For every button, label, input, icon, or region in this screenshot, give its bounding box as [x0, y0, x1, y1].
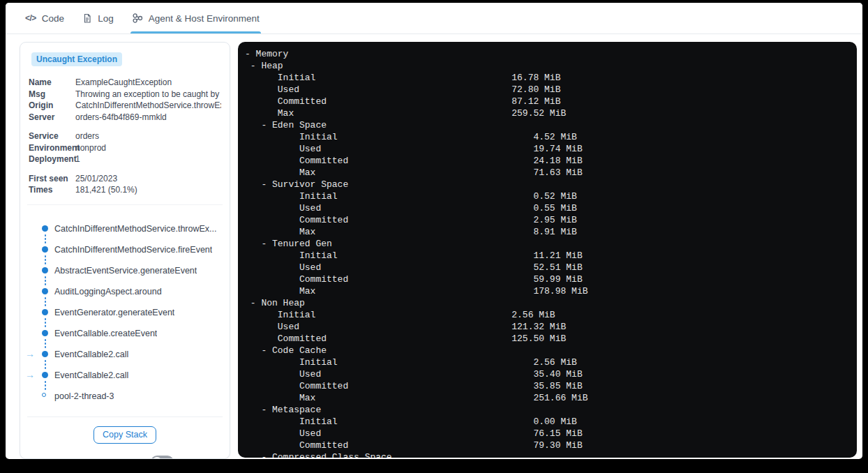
stack-frame-label: AuditLoggingAspect.around: [54, 287, 162, 296]
tab-log-label: Log: [98, 13, 114, 24]
exception-details: NameExampleCaughtExceptionMsgThrowing an…: [29, 77, 221, 123]
app-window: </> Code Log Agent &: [6, 3, 862, 459]
detail-label: Server: [29, 112, 75, 123]
exception-type-badge: Uncaught Exception: [31, 52, 122, 66]
content-area: Uncaught Exception NameExampleCaughtExce…: [6, 34, 862, 459]
stack-frame-label: CatchInDifferentMethodService.fireEvent: [54, 245, 212, 255]
detail-value: 25/01/2023: [75, 173, 221, 185]
stack-connector-dots: [29, 381, 221, 391]
detail-value: CatchInDifferentMethodService.throwExcep: [75, 100, 221, 112]
detail-label: First seen: [29, 173, 75, 185]
code-icon: </>: [25, 13, 36, 23]
detail-row: Serverorders-64fb4f869-mmkld: [29, 112, 221, 123]
detail-value: Throwing an exception to be caught by a …: [75, 89, 221, 100]
footer-divider: [27, 416, 223, 417]
environment-terminal[interactable]: - Memory - Heap Initial 16.78 MiB Used 7…: [238, 42, 857, 458]
thread-dot-icon: [42, 393, 46, 397]
memory-tree-text: - Memory - Heap Initial 16.78 MiB Used 7…: [238, 42, 857, 458]
detail-row: Times181,421 (50.1%): [29, 184, 221, 196]
detail-value: nonprod: [75, 142, 221, 154]
tab-log[interactable]: Log: [82, 3, 114, 33]
frame-dot-icon: [42, 309, 48, 315]
stack-frame-label: EventCallable2.call: [54, 350, 128, 359]
detail-label: Origin: [29, 100, 75, 112]
detail-row: Serviceorders: [29, 130, 221, 142]
detail-row: First seen25/01/2023: [29, 173, 221, 185]
jump-arrow-icon: →: [25, 348, 35, 359]
stack-frame[interactable]: pool-2-thread-3: [29, 391, 221, 402]
detail-value: orders-64fb4f869-mmkld: [75, 112, 221, 123]
stack-frame[interactable]: EventCallable.createEvent: [29, 328, 221, 339]
frame-dot-icon: [42, 267, 48, 273]
stack-frame-label: EventGenerator.generateEvent: [54, 308, 174, 317]
stack-connector-dots: [29, 255, 221, 265]
detail-row: OriginCatchInDifferentMethodService.thro…: [29, 100, 221, 112]
frame-dot-icon: [42, 288, 48, 294]
detail-row: Environmentnonprod: [29, 142, 221, 154]
toggle-label: Show 3rd party/utility methods: [30, 457, 142, 460]
stack-frame-label: AbstractEventService.generateEvent: [54, 266, 197, 276]
stack-frame-label: EventCallable.createEvent: [54, 329, 157, 338]
deployment-info: ServiceordersEnvironmentnonprodDeploymen…: [29, 130, 221, 165]
detail-value: orders: [75, 130, 221, 142]
stack-frame[interactable]: CatchInDifferentMethodService.fireEvent: [29, 244, 221, 255]
frame-dot-icon: [42, 225, 48, 232]
detail-label: Name: [29, 77, 75, 89]
detail-label: Environment: [29, 142, 75, 154]
stack-connector-dots: [29, 234, 221, 244]
detail-row: MsgThrowing an exception to be caught by…: [29, 89, 221, 100]
copy-stack-button[interactable]: Copy Stack: [93, 426, 156, 444]
frame-dot-icon: [42, 246, 48, 253]
stack-frame-label: EventCallable2.call: [54, 370, 128, 380]
tab-code-label: Code: [42, 13, 64, 24]
stack-frame-label: CatchInDifferentMethodService.throwEx...: [54, 224, 217, 234]
frame-dot-icon: [42, 372, 48, 378]
log-icon: [82, 13, 92, 24]
stack-frames: CatchInDifferentMethodService.throwEx...…: [29, 223, 221, 402]
tab-agent-label: Agent & Host Environment: [149, 13, 260, 24]
frame-dot-icon: [42, 351, 48, 357]
detail-value: 181,421 (50.1%): [75, 184, 221, 196]
occurrence-info: First seen25/01/2023Times181,421 (50.1%): [29, 173, 221, 196]
section-divider: [27, 204, 223, 205]
detail-label: Service: [29, 130, 75, 142]
detail-value: ExampleCaughtException: [75, 77, 221, 89]
stack-frame-label: pool-2-thread-3: [54, 391, 114, 401]
detail-label: Msg: [29, 89, 75, 100]
detail-row: Deployment1: [29, 153, 221, 165]
agent-cluster-icon: [132, 13, 143, 24]
stack-connector-dots: [29, 297, 221, 307]
stack-connector-dots: [29, 318, 221, 328]
exception-panel: Uncaught Exception NameExampleCaughtExce…: [20, 42, 230, 459]
jump-arrow-icon: →: [25, 369, 35, 380]
toggle-row: Show 3rd party/utility methods: [30, 456, 221, 460]
stack-frame[interactable]: AuditLoggingAspect.around: [29, 286, 221, 297]
detail-label: Times: [29, 184, 75, 196]
stack-connector-dots: [29, 360, 221, 370]
tab-bar: </> Code Log Agent &: [6, 3, 862, 34]
stack-frame[interactable]: CatchInDifferentMethodService.throwEx...: [29, 223, 221, 234]
stack-frame[interactable]: →EventCallable2.call: [29, 349, 221, 360]
detail-label: Deployment: [29, 153, 75, 165]
stack-connector-dots: [29, 339, 221, 349]
tab-code[interactable]: </> Code: [25, 3, 64, 33]
third-party-toggle[interactable]: [151, 456, 174, 460]
stack-frame[interactable]: EventGenerator.generateEvent: [29, 307, 221, 318]
frame-dot-icon: [42, 330, 48, 336]
stack-connector-dots: [29, 276, 221, 286]
tab-agent-host-environment[interactable]: Agent & Host Environment: [132, 3, 260, 33]
detail-row: NameExampleCaughtException: [29, 77, 221, 89]
stack-frame[interactable]: →EventCallable2.call: [29, 370, 221, 381]
stack-frame[interactable]: AbstractEventService.generateEvent: [29, 265, 221, 276]
toggle-knob: [152, 457, 162, 460]
detail-value: 1: [75, 153, 221, 165]
